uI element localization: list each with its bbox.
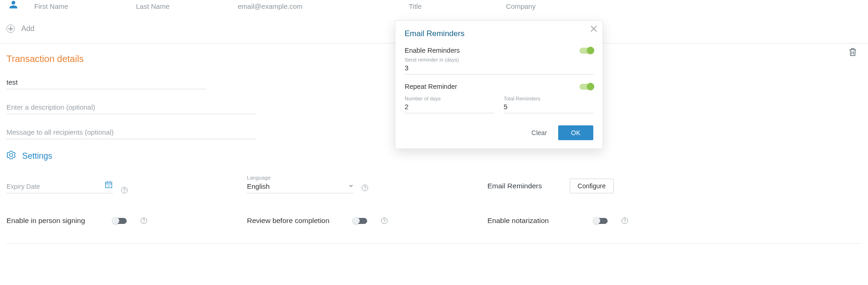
plus-circle-icon <box>6 25 15 33</box>
settings-heading: Settings <box>6 150 862 162</box>
add-label: Add <box>21 25 34 33</box>
popover-actions: Clear OK <box>405 125 593 140</box>
notarization-help-icon[interactable]: ? <box>622 217 628 224</box>
review-cell: Review before completion ? <box>247 217 487 225</box>
send-in-label: Send reminder in (days) <box>405 57 593 62</box>
expiry-help-icon[interactable]: ? <box>121 187 128 193</box>
language-help-icon[interactable]: ? <box>362 185 368 191</box>
num-days-input[interactable] <box>405 101 494 113</box>
first-name-field[interactable]: First Name <box>34 1 122 11</box>
num-days-label: Number of days <box>405 96 494 101</box>
close-icon[interactable] <box>591 25 597 33</box>
calendar-icon: 17 <box>105 180 113 190</box>
in-person-help-icon[interactable]: ? <box>141 217 147 224</box>
review-label: Review before completion <box>247 217 339 225</box>
notarization-cell: Enable notarization ? <box>487 217 862 225</box>
language-label: Language <box>247 175 487 180</box>
language-value: English <box>247 182 270 190</box>
delete-button[interactable] <box>848 46 858 59</box>
svg-text:17: 17 <box>107 185 110 187</box>
person-icon <box>6 0 20 12</box>
repeat-reminder-toggle[interactable] <box>579 84 593 90</box>
email-reminders-label: Email Reminders <box>487 182 542 190</box>
language-select[interactable]: English <box>247 182 353 193</box>
expiry-date-label: Expiry Date <box>6 183 40 190</box>
settings-grid: Expiry Date 17 ? <box>6 175 862 243</box>
popover-title: Email Reminders <box>405 29 593 38</box>
language-cell: Language English ? <box>247 175 487 193</box>
review-help-icon[interactable]: ? <box>381 217 388 224</box>
ok-button[interactable]: OK <box>558 125 593 140</box>
in-person-toggle[interactable] <box>113 218 127 224</box>
company-field[interactable]: Company <box>506 1 598 11</box>
clear-button[interactable]: Clear <box>529 129 549 137</box>
repeat-reminder-block: Repeat Reminder Number of days Total Rem… <box>405 83 593 113</box>
email-field[interactable]: email@example.com <box>238 1 395 11</box>
total-col: Total Reminders <box>504 93 593 113</box>
page: First Name Last Name email@example.com T… <box>0 0 868 244</box>
expiry-date-field[interactable]: Expiry Date 17 <box>6 180 113 193</box>
send-in-input[interactable] <box>405 62 593 74</box>
in-person-cell: Enable in person signing ? <box>6 217 247 225</box>
review-toggle[interactable] <box>353 218 367 224</box>
chevron-down-icon <box>349 185 353 187</box>
enable-reminders-toggle[interactable] <box>579 48 593 54</box>
num-days-col: Number of days <box>405 93 494 113</box>
transaction-name-input[interactable] <box>6 75 205 89</box>
enable-reminders-label: Enable Reminders <box>405 47 460 54</box>
enable-reminders-block: Enable Reminders Send reminder in (days) <box>405 47 593 74</box>
email-reminders-popover: Email Reminders Enable Reminders Send re… <box>395 20 603 149</box>
divider-bottom <box>6 243 862 244</box>
transaction-description-input[interactable] <box>6 100 256 114</box>
configure-button[interactable]: Configure <box>570 179 614 193</box>
repeat-reminder-label: Repeat Reminder <box>405 83 457 90</box>
last-name-field[interactable]: Last Name <box>136 1 224 11</box>
total-label: Total Reminders <box>504 96 593 101</box>
notarization-toggle[interactable] <box>594 218 608 224</box>
email-reminders-cell: Email Reminders Configure <box>487 179 862 193</box>
add-recipient-button[interactable]: Add <box>0 16 41 43</box>
recipient-row: First Name Last Name email@example.com T… <box>0 0 868 16</box>
settings-heading-label: Settings <box>22 151 52 161</box>
title-field[interactable]: Title <box>409 1 492 11</box>
expiry-cell: Expiry Date 17 ? <box>6 180 247 193</box>
total-input[interactable] <box>504 101 593 113</box>
transaction-message-input[interactable] <box>6 125 256 139</box>
notarization-label: Enable notarization <box>487 217 580 225</box>
in-person-label: Enable in person signing <box>6 217 99 225</box>
gear-icon <box>6 150 16 162</box>
